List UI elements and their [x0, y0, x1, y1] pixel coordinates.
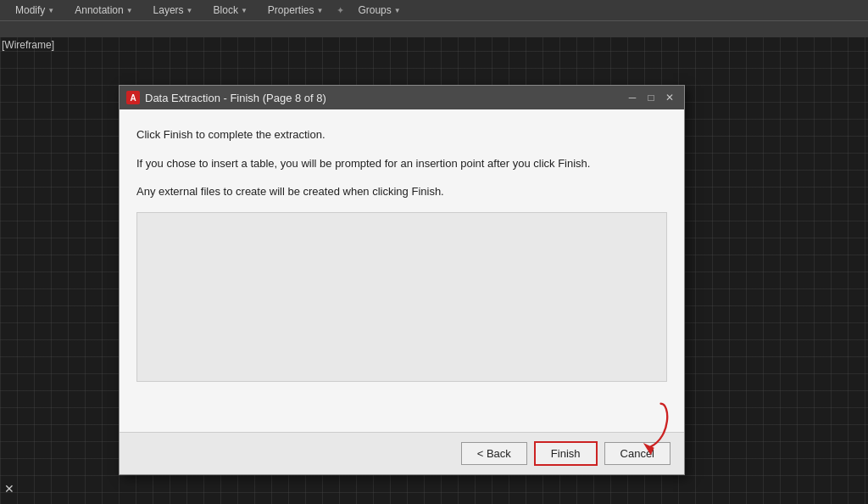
- wireframe-text: [Wireframe]: [2, 39, 54, 51]
- dialog-data-extraction: A Data Extraction - Finish (Page 8 of 8)…: [119, 85, 685, 475]
- menu-block[interactable]: Block ▼: [205, 3, 256, 18]
- menu-groups-label: Groups: [358, 4, 391, 16]
- menu-properties-label: Properties: [268, 4, 314, 16]
- dialog-window-controls: ─ □ ✕: [625, 91, 677, 104]
- menu-layers[interactable]: Layers ▼: [145, 3, 202, 18]
- menu-layers-arrow: ▼: [186, 7, 193, 14]
- menu-properties[interactable]: Properties ▼: [259, 3, 332, 18]
- menu-modify-arrow: ▼: [47, 7, 54, 14]
- menu-block-arrow: ▼: [241, 7, 248, 14]
- back-button[interactable]: < Back: [461, 442, 527, 465]
- dialog-footer: < Back Finish Cancel: [120, 432, 684, 474]
- dialog-title: Data Extraction - Finish (Page 8 of 8): [145, 92, 620, 104]
- wireframe-label: [Wireframe]: [2, 39, 54, 51]
- menu-groups[interactable]: Groups ▼: [349, 3, 409, 18]
- menu-modify[interactable]: Modify ▼: [7, 3, 63, 18]
- close-x-label: ✕: [4, 482, 14, 496]
- menu-layers-label: Layers: [153, 4, 184, 16]
- cancel-button[interactable]: Cancel: [604, 442, 670, 465]
- menu-groups-arrow: ▼: [394, 7, 401, 14]
- dialog-line3: Any external files to create will be cre…: [136, 183, 667, 200]
- menu-modify-label: Modify: [15, 4, 45, 16]
- dialog-minimize-button[interactable]: ─: [625, 91, 640, 104]
- dialog-icon-label: A: [130, 93, 136, 103]
- dialog-close-button[interactable]: ✕: [662, 91, 677, 104]
- menu-properties-arrow: ▼: [317, 7, 324, 14]
- dialog-maximize-button[interactable]: □: [643, 91, 659, 104]
- dialog-body: Click Finish to complete the extraction.…: [120, 109, 684, 432]
- close-x-icon[interactable]: ✕: [4, 482, 14, 496]
- menu-annotation-arrow: ▼: [126, 7, 133, 14]
- menu-annotation-label: Annotation: [75, 4, 123, 16]
- menu-block-label: Block: [214, 4, 238, 16]
- dialog-titlebar: A Data Extraction - Finish (Page 8 of 8)…: [120, 86, 684, 109]
- dialog-app-icon: A: [126, 91, 140, 104]
- menubar: Modify ▼ Annotation ▼ Layers ▼ Block ▼ P…: [0, 0, 868, 20]
- dialog-line2: If you chose to insert a table, you will…: [136, 155, 667, 172]
- dialog-line1: Click Finish to complete the extraction.: [136, 126, 667, 143]
- dialog-content-area: [136, 212, 667, 382]
- toolbar-row: [0, 20, 868, 37]
- finish-button[interactable]: Finish: [534, 441, 598, 466]
- menu-annotation[interactable]: Annotation ▼: [66, 3, 141, 18]
- menu-star-separator: ✦: [337, 5, 344, 16]
